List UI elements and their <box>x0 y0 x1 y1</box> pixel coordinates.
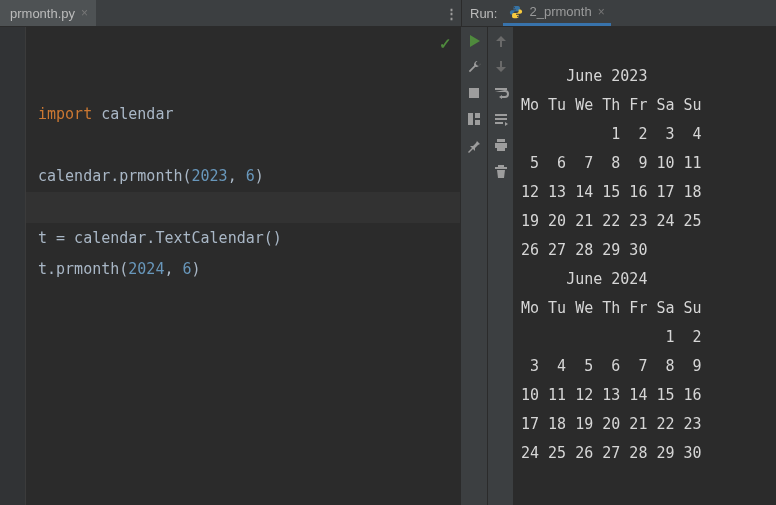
console-output[interactable]: June 2023Mo Tu We Th Fr Sa Su 1 2 3 4 5 … <box>513 27 776 505</box>
layout-icon[interactable] <box>466 111 482 127</box>
console-line: Mo Tu We Th Fr Sa Su <box>521 91 768 120</box>
editor-tab-label: prmonth.py <box>10 6 75 21</box>
code-number: 6 <box>246 167 255 185</box>
console-line: 24 25 26 27 28 29 30 <box>521 439 768 468</box>
run-label: Run: <box>470 6 497 21</box>
current-line-highlight <box>26 192 460 223</box>
run-toolbar-right <box>487 27 513 505</box>
code-number: 6 <box>183 260 192 278</box>
code-keyword: import <box>38 105 92 123</box>
console-line: 10 11 12 13 14 15 16 <box>521 381 768 410</box>
code-number: 2024 <box>128 260 164 278</box>
close-icon[interactable]: × <box>598 5 605 19</box>
run-header: Run: 2_prmonth × <box>461 0 776 26</box>
stop-icon[interactable] <box>466 85 482 101</box>
console-line: 12 13 14 15 16 17 18 <box>521 178 768 207</box>
code-text: ) <box>255 167 264 185</box>
up-arrow-icon[interactable] <box>493 33 509 49</box>
editor-gutter[interactable] <box>0 27 26 505</box>
run-pane: June 2023Mo Tu We Th Fr Sa Su 1 2 3 4 5 … <box>461 27 776 505</box>
console-line: 1 2 <box>521 323 768 352</box>
run-icon[interactable] <box>466 33 482 49</box>
run-toolbar-left <box>461 27 487 505</box>
console-line: June 2023 <box>521 62 768 91</box>
inspection-ok-icon[interactable]: ✓ <box>439 35 452 53</box>
close-icon[interactable]: × <box>81 6 88 20</box>
console-line: 3 4 5 6 7 8 9 <box>521 352 768 381</box>
pin-icon[interactable] <box>466 137 482 153</box>
console-line: 19 20 21 22 23 24 25 <box>521 207 768 236</box>
soft-wrap-icon[interactable] <box>493 85 509 101</box>
run-tab-label: 2_prmonth <box>529 4 591 19</box>
print-icon[interactable] <box>493 137 509 153</box>
console-line: June 2024 <box>521 265 768 294</box>
code-text: calendar.prmonth( <box>38 167 192 185</box>
console-line: 26 27 28 29 30 <box>521 236 768 265</box>
svg-rect-0 <box>469 88 479 98</box>
code-text: , <box>228 167 246 185</box>
python-icon <box>509 5 523 19</box>
code-number: 2023 <box>192 167 228 185</box>
code-text: , <box>164 260 182 278</box>
trash-icon[interactable] <box>493 163 509 179</box>
down-arrow-icon[interactable] <box>493 59 509 75</box>
wrench-icon[interactable] <box>466 59 482 75</box>
console-line: 5 6 7 8 9 10 11 <box>521 149 768 178</box>
tab-overflow-icon[interactable]: ⋮ <box>441 0 461 26</box>
code-text: t = calendar.TextCalendar() <box>38 229 282 247</box>
editor-pane: import calendar calendar.prmonth(2023, 6… <box>0 27 461 505</box>
code-text: ) <box>192 260 201 278</box>
top-tabbar: prmonth.py × ⋮ Run: 2_prmonth × <box>0 0 776 27</box>
code-ident: calendar <box>92 105 173 123</box>
code-text: t.prmonth( <box>38 260 128 278</box>
scroll-to-end-icon[interactable] <box>493 111 509 127</box>
code-editor[interactable]: import calendar calendar.prmonth(2023, 6… <box>26 27 460 505</box>
console-line: 1 2 3 4 <box>521 120 768 149</box>
editor-tab[interactable]: prmonth.py × <box>0 0 96 26</box>
console-line: Mo Tu We Th Fr Sa Su <box>521 294 768 323</box>
console-line: 17 18 19 20 21 22 23 <box>521 410 768 439</box>
run-config-tab[interactable]: 2_prmonth × <box>503 0 610 26</box>
